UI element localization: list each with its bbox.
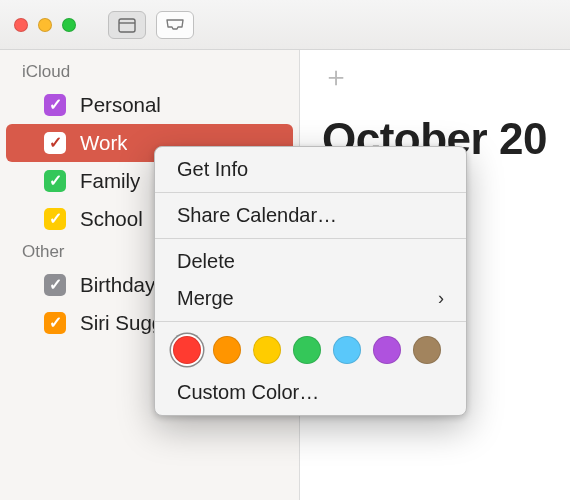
sidebar-section-title: iCloud	[0, 58, 299, 86]
close-window-button[interactable]	[14, 18, 28, 32]
add-event-button[interactable]: ＋	[322, 58, 350, 96]
menu-separator	[155, 321, 466, 322]
window-titlebar	[0, 0, 570, 50]
svg-rect-0	[119, 19, 135, 32]
color-swatch[interactable]	[413, 336, 441, 364]
tray-icon	[165, 18, 185, 32]
menu-separator	[155, 238, 466, 239]
color-swatch[interactable]	[213, 336, 241, 364]
check-icon: ✓	[49, 135, 62, 151]
menu-label: Share Calendar…	[177, 204, 337, 227]
color-swatch-row	[155, 326, 466, 374]
calendar-label: Personal	[80, 93, 161, 117]
calendars-toggle-button[interactable]	[108, 11, 146, 39]
check-icon: ✓	[49, 315, 62, 331]
color-swatch[interactable]	[253, 336, 281, 364]
calendar-checkbox[interactable]: ✓	[44, 274, 66, 296]
calendar-label: Family	[80, 169, 140, 193]
menu-merge[interactable]: Merge›	[155, 280, 466, 317]
check-icon: ✓	[49, 277, 62, 293]
menu-label: Delete	[177, 250, 235, 273]
calendar-label: Work	[80, 131, 127, 155]
color-swatch[interactable]	[173, 336, 201, 364]
calendar-checkbox[interactable]: ✓	[44, 208, 66, 230]
check-icon: ✓	[49, 97, 62, 113]
color-swatch[interactable]	[373, 336, 401, 364]
calendar-label: School	[80, 207, 143, 231]
calendar-checkbox[interactable]: ✓	[44, 312, 66, 334]
chevron-right-icon: ›	[438, 288, 444, 309]
color-swatch[interactable]	[333, 336, 361, 364]
calendar-context-menu: Get Info Share Calendar… Delete Merge› C…	[154, 146, 467, 416]
menu-get-info[interactable]: Get Info	[155, 151, 466, 188]
calendar-checkbox[interactable]: ✓	[44, 170, 66, 192]
inbox-button[interactable]	[156, 11, 194, 39]
menu-delete[interactable]: Delete	[155, 243, 466, 280]
calendar-checkbox[interactable]: ✓	[44, 94, 66, 116]
menu-custom-color[interactable]: Custom Color…	[155, 374, 466, 411]
color-swatch[interactable]	[293, 336, 321, 364]
menu-separator	[155, 192, 466, 193]
check-icon: ✓	[49, 211, 62, 227]
minimize-window-button[interactable]	[38, 18, 52, 32]
calendar-label: Birthdays	[80, 273, 165, 297]
calendar-icon	[118, 17, 136, 33]
zoom-window-button[interactable]	[62, 18, 76, 32]
menu-label: Merge	[177, 287, 234, 310]
check-icon: ✓	[49, 173, 62, 189]
menu-label: Custom Color…	[177, 381, 319, 404]
calendar-checkbox[interactable]: ✓	[44, 132, 66, 154]
menu-label: Get Info	[177, 158, 248, 181]
menu-share-calendar[interactable]: Share Calendar…	[155, 197, 466, 234]
window-controls	[14, 18, 76, 32]
sidebar-item-personal[interactable]: ✓Personal	[6, 86, 293, 124]
